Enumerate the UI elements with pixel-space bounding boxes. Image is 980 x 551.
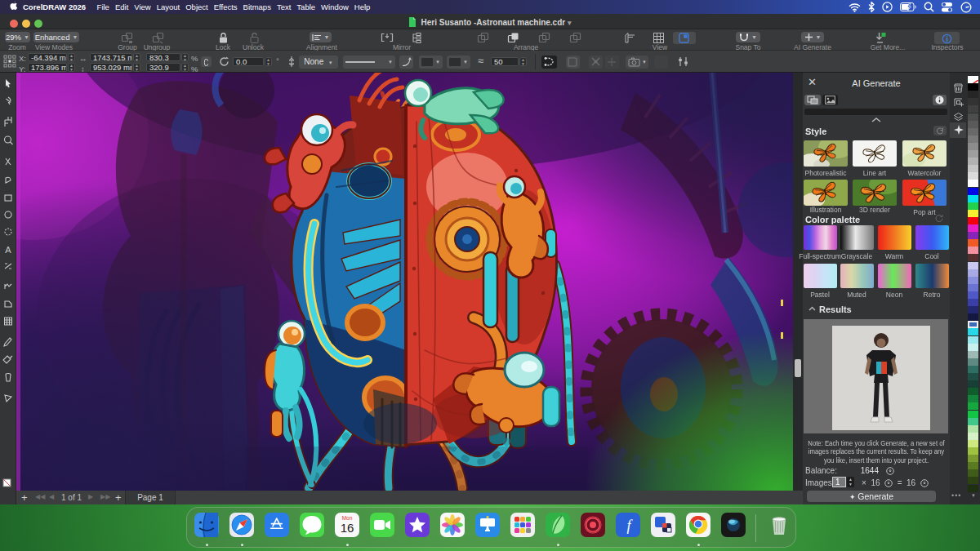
svg-text:A: A [5, 245, 11, 255]
svg-text:16: 16 [341, 521, 354, 535]
svg-text:Mon: Mon [342, 515, 353, 521]
